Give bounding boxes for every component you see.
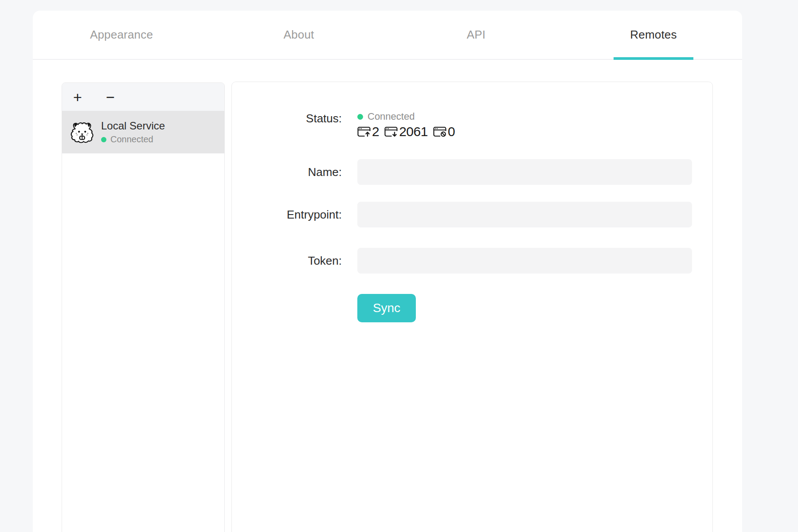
remotes-toolbar: + −	[62, 83, 224, 111]
remotes-sidebar: + − Local Service	[62, 82, 225, 532]
status-counters: 2 2061	[357, 125, 455, 138]
tab-remotes[interactable]: Remotes	[565, 11, 742, 59]
remote-item-status: Connected	[101, 134, 165, 145]
status-state: Connected	[357, 110, 455, 123]
list-item-local-service[interactable]: Local Service Connected	[62, 111, 224, 153]
tab-about[interactable]: About	[210, 11, 387, 59]
active-tab-indicator	[614, 57, 693, 60]
downloads-count: 2061	[399, 125, 428, 138]
tab-appearance-label: Appearance	[90, 28, 153, 42]
remote-item-title: Local Service	[101, 120, 165, 132]
status-state-label: Connected	[368, 111, 415, 122]
tab-api-label: API	[467, 28, 486, 42]
remote-item-texts: Local Service Connected	[101, 120, 165, 145]
window-blocked-icon	[433, 126, 446, 137]
tab-bar: Appearance About API Remotes	[33, 11, 742, 60]
entrypoint-field[interactable]	[357, 202, 692, 227]
token-field[interactable]	[357, 248, 692, 274]
window-upload-icon	[357, 126, 371, 137]
remote-detail-panel: Status: Connected	[231, 82, 713, 532]
entrypoint-row: Entrypoint:	[232, 202, 712, 227]
sync-button[interactable]: Sync	[357, 294, 416, 322]
add-remote-button[interactable]: +	[69, 90, 86, 105]
status-label: Status:	[232, 110, 342, 138]
tab-appearance[interactable]: Appearance	[33, 11, 210, 59]
window-download-icon	[384, 126, 398, 137]
tab-remotes-label: Remotes	[630, 28, 677, 42]
name-field[interactable]	[357, 159, 692, 185]
name-row: Name:	[232, 159, 712, 185]
entrypoint-label: Entrypoint:	[232, 202, 342, 227]
token-row: Token:	[232, 248, 712, 274]
tab-api[interactable]: API	[387, 11, 565, 59]
blocked-count: 0	[448, 125, 455, 138]
status-dot-icon	[101, 137, 106, 142]
token-label: Token:	[232, 248, 342, 274]
tab-about-label: About	[284, 28, 314, 42]
status-dot-icon	[357, 114, 363, 120]
downloads-counter: 2061	[384, 125, 428, 138]
blocked-counter: 0	[433, 125, 455, 138]
status-row: Status: Connected	[232, 110, 712, 138]
uploads-counter: 2	[357, 125, 379, 138]
remove-remote-button[interactable]: −	[102, 90, 119, 105]
remote-item-status-label: Connected	[110, 134, 153, 145]
hamster-icon	[70, 121, 94, 144]
uploads-count: 2	[372, 125, 379, 138]
status-content: Connected 2	[357, 110, 455, 138]
name-label: Name:	[232, 159, 342, 185]
settings-page: { "theme": { "accent": "#35c6c7", "statu…	[0, 0, 798, 532]
settings-card: Appearance About API Remotes + −	[33, 11, 742, 532]
